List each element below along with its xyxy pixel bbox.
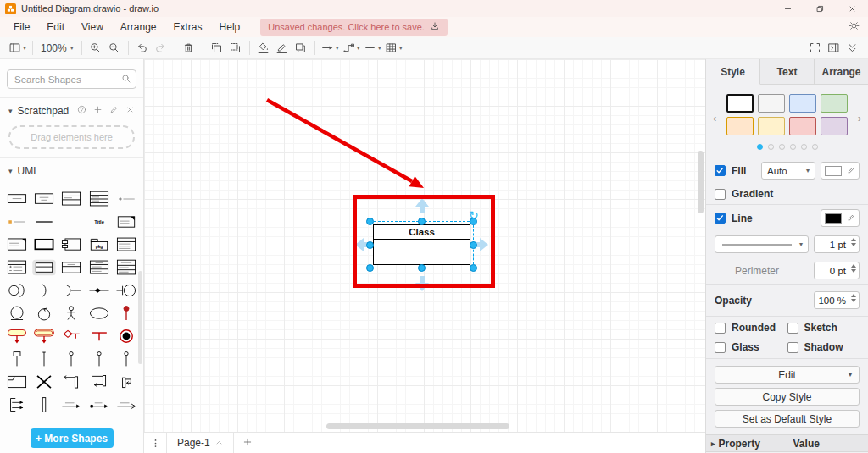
pagination-dot-5[interactable] (801, 144, 807, 150)
stepper-icons[interactable] (851, 264, 856, 273)
pagination-dot-4[interactable] (790, 144, 796, 150)
search-input[interactable] (7, 69, 136, 89)
menu-view[interactable]: View (73, 19, 112, 36)
line-width-input[interactable]: 1 pt (814, 235, 860, 253)
shape-node-stick[interactable] (31, 347, 58, 370)
fill-mode-select[interactable]: Auto ▾ (761, 162, 815, 180)
resize-handle-sw[interactable] (366, 264, 374, 272)
shape-provided-required[interactable] (3, 279, 31, 301)
presets-next-icon[interactable]: › (858, 112, 861, 124)
undo-button[interactable] (133, 39, 152, 58)
shape-actor[interactable] (58, 301, 85, 324)
tab-style[interactable]: Style (706, 59, 760, 85)
shape-class-lines[interactable] (113, 233, 140, 256)
minimize-button[interactable] (771, 0, 804, 17)
to-back-button[interactable] (226, 39, 245, 58)
shape-entity-object[interactable] (3, 301, 31, 324)
shape-frame[interactable] (3, 370, 31, 393)
insert-button[interactable]: ▾ (362, 39, 383, 58)
line-checkbox[interactable] (715, 213, 726, 224)
style-swatch-0[interactable] (726, 94, 754, 113)
style-swatch-6[interactable] (789, 117, 816, 135)
shape-class-folded[interactable] (3, 233, 31, 256)
more-shapes-button[interactable]: + More Shapes (31, 428, 114, 448)
shape-diamond-red[interactable] (58, 324, 85, 347)
canvas-vertical-scrollbar[interactable] (698, 151, 704, 213)
fill-color-button[interactable] (254, 39, 273, 58)
chevron-up-icon[interactable] (215, 437, 223, 449)
shape-node-stick-circle[interactable] (58, 347, 85, 370)
table-button[interactable]: ▾ (383, 39, 404, 58)
shadow-button[interactable] (292, 39, 310, 58)
menu-edit[interactable]: Edit (38, 19, 73, 36)
shape-note-corner[interactable] (113, 210, 140, 233)
shape-node-stick-circle-2[interactable] (86, 347, 113, 370)
menu-file[interactable]: File (5, 19, 38, 36)
shape-object-box[interactable] (3, 187, 31, 210)
tab-arrange[interactable]: Arrange (815, 59, 868, 85)
resize-handle-w[interactable] (366, 241, 374, 249)
format-panel-button[interactable] (824, 39, 843, 58)
shape-tee-red[interactable] (86, 324, 113, 347)
line-color-button[interactable] (821, 209, 860, 227)
shape-boundary-object[interactable] (113, 279, 140, 301)
glass-checkbox[interactable] (715, 342, 726, 353)
pages-menu-icon[interactable] (144, 438, 166, 449)
waypoints-button[interactable]: ▾ (341, 39, 362, 58)
sketch-checkbox[interactable] (787, 323, 798, 334)
style-swatch-1[interactable] (758, 94, 785, 113)
shape-title-text[interactable]: Title (86, 210, 113, 233)
resize-handle-s[interactable] (418, 264, 426, 272)
shape-class-small[interactable] (58, 187, 85, 210)
style-swatch-2[interactable] (789, 94, 816, 113)
shape-message-arrow-dot[interactable] (86, 393, 113, 416)
shape-component[interactable] (58, 233, 85, 256)
property-grid-header[interactable]: ▸ Property Value (706, 434, 868, 452)
line-color-button[interactable] (273, 39, 292, 58)
shape-control-object[interactable] (31, 301, 58, 324)
pagination-dot-6[interactable] (812, 144, 818, 150)
shape-node-stick-rect[interactable] (3, 347, 31, 370)
shape-corner-bar-arrow[interactable] (86, 370, 113, 393)
rotate-handle-icon[interactable]: ↻ (469, 208, 479, 222)
zoom-level-button[interactable]: 100%▾ (37, 39, 77, 58)
shape-item-text[interactable] (113, 187, 140, 210)
shape-lollipop[interactable] (86, 279, 113, 301)
style-swatch-3[interactable] (821, 94, 848, 113)
uml-section-header[interactable]: ▾ UML (0, 158, 143, 184)
rounded-checkbox[interactable] (715, 323, 726, 334)
shape-message-arrow-open[interactable] (113, 393, 140, 416)
canvas-horizontal-scrollbar[interactable] (326, 423, 509, 429)
style-swatch-5[interactable] (758, 117, 785, 135)
shadow-checkbox[interactable] (787, 342, 798, 353)
menu-help[interactable]: Help (211, 19, 249, 36)
resize-handle-se[interactable] (470, 264, 477, 272)
shape-class-sections[interactable] (86, 187, 113, 210)
scratchpad-drop-zone[interactable]: Drag elements here (8, 125, 135, 149)
shape-bracket-arrows[interactable] (3, 393, 31, 416)
page-tab[interactable]: Page-1 (166, 433, 234, 453)
diagram-canvas[interactable]: Class ↻ (144, 59, 705, 432)
menu-extras[interactable]: Extras (165, 19, 211, 36)
redo-button[interactable] (152, 39, 170, 58)
view-toggle-button[interactable]: ▾ (7, 39, 28, 58)
edit-icon[interactable] (109, 105, 119, 117)
shape-class-header-lines[interactable] (86, 256, 113, 279)
shape-interface-box[interactable] (31, 187, 58, 210)
shape-message-arrow[interactable] (58, 393, 85, 416)
shape-class-props[interactable] (3, 256, 31, 279)
line-style-select[interactable]: ▾ (715, 235, 809, 253)
add-icon[interactable] (93, 105, 103, 117)
shape-required-arc[interactable] (31, 279, 58, 301)
add-page-button[interactable] (242, 435, 253, 450)
opacity-input[interactable]: 100 % (814, 291, 860, 309)
scratchpad-header[interactable]: ▾ Scratchpad (0, 98, 143, 124)
stepper-icons[interactable] (851, 238, 856, 246)
resize-handle-e[interactable] (470, 241, 477, 249)
stepper-icons[interactable] (851, 294, 856, 302)
pagination-dot-3[interactable] (779, 144, 785, 150)
resize-handle-n[interactable] (418, 218, 426, 225)
close-icon[interactable] (125, 105, 135, 117)
fullscreen-button[interactable] (805, 39, 824, 58)
tab-text[interactable]: Text (760, 59, 815, 85)
